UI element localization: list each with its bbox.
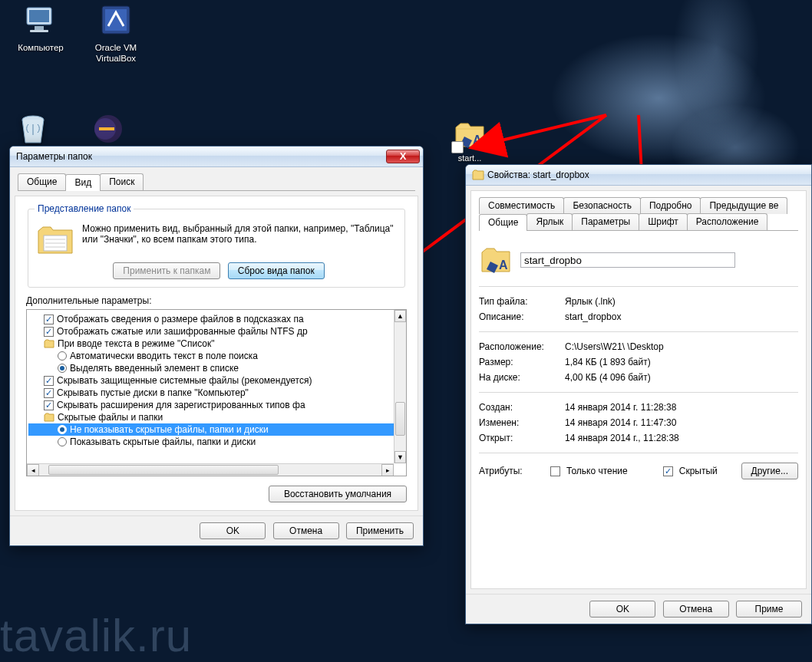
vertical-scrollbar[interactable]: ▲ ▼ <box>394 310 406 463</box>
scroll-right-button[interactable]: ▸ <box>381 464 394 476</box>
apply-button[interactable]: Применить <box>346 522 414 539</box>
close-button[interactable]: X <box>386 150 420 163</box>
filename-input[interactable] <box>520 252 735 268</box>
cancel-button[interactable]: Отмена <box>663 601 729 618</box>
radio-icon[interactable] <box>58 425 67 434</box>
restore-defaults-button[interactable]: Восстановить умолчания <box>269 486 407 502</box>
item-label: Отображать сведения о размере файлов в п… <box>57 314 304 324</box>
item-label: Выделять введенный элемент в списке <box>70 363 239 374</box>
field-key: Атрибуты: <box>479 466 544 476</box>
checkbox-icon[interactable] <box>44 400 54 410</box>
svg-rect-2 <box>35 26 44 30</box>
cancel-button[interactable]: Отмена <box>273 522 339 539</box>
list-item-selected[interactable]: Не показывать скрытые файлы, папки и дис… <box>28 423 404 436</box>
radio-icon[interactable] <box>58 437 67 446</box>
tabs: Общие Вид Поиск <box>18 173 415 191</box>
scroll-thumb-h[interactable] <box>48 465 279 475</box>
field-key: Расположение: <box>479 341 556 352</box>
tab-general[interactable]: Общие <box>18 173 66 190</box>
field-key: Размер: <box>479 357 556 367</box>
tab-previous[interactable]: Предыдущие ве <box>700 197 787 214</box>
horizontal-scrollbar[interactable]: ◂ ▸ <box>27 463 394 476</box>
field-value: 4,00 КБ (4 096 байт) <box>565 372 651 383</box>
tabs-row-1: Совместимость Безопасность Подробно Пред… <box>479 197 798 214</box>
group-text: Можно применить вид, выбранный для этой … <box>82 223 397 245</box>
scroll-up-button[interactable]: ▲ <box>394 310 406 322</box>
tab-search[interactable]: Поиск <box>100 173 144 190</box>
scroll-left-button[interactable]: ◂ <box>27 464 39 476</box>
checkbox-icon[interactable] <box>44 315 54 324</box>
virtualbox-icon <box>97 3 134 40</box>
list-item[interactable]: Скрытые файлы и папки <box>28 411 404 423</box>
field-value: 1,84 КБ (1 893 байт) <box>565 357 651 367</box>
desktop-icon-computer[interactable]: Компьютер <box>6 3 75 54</box>
list-item[interactable]: Автоматически вводить текст в поле поиск… <box>28 350 404 362</box>
icon-label: Компьютер <box>6 43 75 54</box>
tab-layout[interactable]: Расположение <box>687 213 768 230</box>
tab-params[interactable]: Параметры <box>572 213 639 230</box>
scroll-thumb[interactable] <box>395 402 405 436</box>
radio-icon[interactable] <box>58 351 67 361</box>
advanced-label: Дополнительные параметры: <box>26 295 407 306</box>
desktop-icon-virtualbox[interactable]: Oracle VM VirtualBox <box>81 3 150 64</box>
folder-thumbnail-icon <box>36 223 74 258</box>
radio-icon[interactable] <box>58 364 67 373</box>
tab-compat[interactable]: Совместимость <box>479 197 564 214</box>
tab-general[interactable]: Общие <box>479 214 527 231</box>
tab-details[interactable]: Подробно <box>640 197 701 214</box>
ok-button[interactable]: OK <box>589 601 655 618</box>
field-key: Изменен: <box>479 417 556 428</box>
icon-label: Oracle VM VirtualBox <box>81 43 150 64</box>
file-icon: A <box>479 243 513 277</box>
icon-label: start... <box>450 153 490 163</box>
list-item[interactable]: Отображать сведения о размере файлов в п… <box>28 313 404 325</box>
field-key: Описание: <box>479 311 556 322</box>
checkbox-icon[interactable] <box>44 376 54 386</box>
tabs-row-2: Общие Ярлык Параметры Шрифт Расположение <box>479 213 798 231</box>
tab-shortcut[interactable]: Ярлык <box>526 213 573 230</box>
field-value: 14 января 2014 г. 11:47:30 <box>565 417 676 428</box>
tab-security[interactable]: Безопасность <box>563 197 641 214</box>
titlebar[interactable]: Свойства: start_dropbox <box>466 165 811 186</box>
list-item[interactable]: Скрывать расширения для зарегистрированн… <box>28 399 404 411</box>
list-item[interactable]: Скрывать защищенные системные файлы (рек… <box>28 374 404 387</box>
apply-button[interactable]: Приме <box>736 601 802 618</box>
svg-text:A: A <box>499 259 508 272</box>
other-attributes-button[interactable]: Другие... <box>741 463 798 479</box>
list-item[interactable]: Отображать сжатые или зашифрованные файл… <box>28 325 404 338</box>
list-item[interactable]: При вводе текста в режиме "Список" <box>28 338 404 350</box>
reset-folders-button[interactable]: Сброс вида папок <box>228 262 325 279</box>
field-value: C:\Users\W21\ \Desktop <box>565 341 664 352</box>
tab-font[interactable]: Шрифт <box>639 213 687 230</box>
advanced-settings-list[interactable]: Отображать сведения о размере файлов в п… <box>26 309 407 476</box>
field-value: start_dropbox <box>565 311 621 322</box>
list-item[interactable]: Скрывать пустые диски в папке "Компьютер… <box>28 387 404 399</box>
titlebar[interactable]: Параметры папок X <box>10 147 423 167</box>
item-label: Скрывать защищенные системные файлы (рек… <box>57 375 312 386</box>
folder-icon <box>44 412 54 423</box>
list-item[interactable]: Выделять введенный элемент в списке <box>28 362 404 374</box>
item-label: Отображать сжатые или зашифрованные файл… <box>57 326 308 337</box>
desktop-shortcut-start-dropbox[interactable]: A ↗ start... <box>450 118 490 163</box>
checkbox-icon[interactable] <box>44 327 54 337</box>
tab-view[interactable]: Вид <box>65 174 101 191</box>
computer-icon <box>22 3 59 40</box>
folder-icon <box>44 338 54 349</box>
field-value: 14 января 2014 г., 11:28:38 <box>565 433 679 443</box>
svg-rect-3 <box>30 30 48 32</box>
item-label: Не показывать скрытые файлы, папки и дис… <box>70 424 269 435</box>
item-label: При вводе текста в режиме "Список" <box>58 338 215 349</box>
scroll-down-button[interactable]: ▼ <box>394 451 406 463</box>
field-key: На диске: <box>479 372 556 383</box>
field-value: Ярлык (.lnk) <box>565 296 616 307</box>
list-item[interactable]: Показывать скрытые файлы, папки и диски <box>28 436 404 448</box>
desktop-icon-recycle[interactable] <box>6 110 60 150</box>
recycle-bin-icon <box>15 110 51 147</box>
readonly-checkbox[interactable] <box>550 466 560 476</box>
svg-rect-1 <box>29 10 49 22</box>
ok-button[interactable]: OK <box>200 522 266 539</box>
hidden-checkbox[interactable] <box>663 466 673 476</box>
desktop-icon-eclipse[interactable] <box>81 110 135 150</box>
checkbox-icon[interactable] <box>44 388 54 398</box>
watermark: tavalik.ru <box>0 609 192 662</box>
